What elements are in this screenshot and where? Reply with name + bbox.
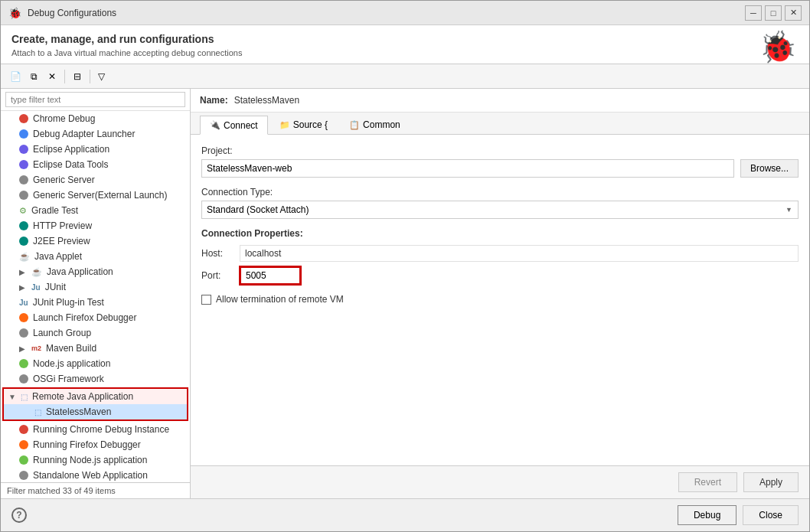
allow-termination-row: Allow termination of remote VM [201, 294, 799, 305]
tab-common[interactable]: 📋 Common [339, 116, 410, 134]
sidebar-item-osgi[interactable]: OSGi Framework [1, 371, 190, 387]
j2ee-icon [19, 237, 28, 246]
project-input[interactable] [201, 159, 734, 178]
sidebar-item-eclipse-app[interactable]: Eclipse Application [1, 142, 190, 157]
connect-tab-content: Project: Browse... Connection Type: Stan… [191, 135, 809, 465]
sidebar-item-gradle-test[interactable]: ⚙ Gradle Test [1, 203, 190, 218]
sidebar-item-junit[interactable]: ▶ Ju JUnit [1, 279, 190, 295]
sidebar-item-remote-java[interactable]: ▼ ⬚ Remote Java Application [4, 389, 187, 404]
bug-logo-icon: 🐞 [759, 31, 797, 62]
eclipse-app-icon [19, 145, 28, 154]
sidebar-item-chrome-debug[interactable]: Chrome Debug [1, 111, 190, 126]
maven-icon: m2 [31, 344, 41, 352]
junit-plugin-icon: Ju [19, 299, 28, 307]
debug-button[interactable]: Debug [678, 505, 737, 525]
project-group: Project: Browse... [201, 145, 799, 178]
port-input[interactable] [240, 266, 301, 285]
bottom-action-buttons: Revert Apply [191, 465, 809, 498]
connect-tab-label: Connect [224, 120, 258, 131]
port-label: Port: [201, 270, 240, 281]
sidebar-item-running-chrome[interactable]: Running Chrome Debug Instance [1, 422, 190, 437]
allow-termination-checkbox[interactable] [201, 295, 211, 305]
minimize-button[interactable]: ─ [745, 5, 762, 21]
close-button-footer[interactable]: Close [743, 505, 799, 525]
expand-maven-icon: ▶ [19, 344, 27, 353]
tab-source[interactable]: 📁 Source { [269, 116, 338, 134]
main-content: Chrome Debug Debug Adapter Launcher Ecli… [1, 89, 809, 498]
sidebar-item-launch-firefox[interactable]: Launch Firefox Debugger [1, 310, 190, 325]
sidebar-item-java-applet[interactable]: ☕ Java Applet [1, 249, 190, 264]
title-bar-left: 🐞 Debug Configurations [8, 7, 116, 19]
sidebar-item-debug-adapter[interactable]: Debug Adapter Launcher [1, 126, 190, 142]
sidebar-item-launch-group[interactable]: Launch Group [1, 325, 190, 341]
http-icon [19, 221, 28, 230]
sidebar-item-stateless-maven[interactable]: ⬚ StatelessMaven [4, 404, 187, 419]
allow-termination-label: Allow termination of remote VM [216, 294, 344, 305]
debug-configurations-window: 🐞 Debug Configurations ─ □ ✕ Create, man… [0, 0, 810, 532]
host-label: Host: [201, 248, 240, 259]
new-config-button[interactable]: 📄 [7, 68, 24, 85]
connection-type-select[interactable]: Standard (Socket Attach) [201, 201, 799, 219]
connection-type-group: Connection Type: Standard (Socket Attach… [201, 187, 799, 219]
firefox-icon [19, 313, 28, 322]
gradle-icon: ⚙ [19, 206, 27, 216]
toolbar-separator-2 [90, 70, 90, 83]
title-bar-controls: ─ □ ✕ [745, 5, 802, 21]
sidebar-item-maven[interactable]: ▶ m2 Maven Build [1, 341, 190, 356]
sidebar-item-nodejs[interactable]: Node.js application [1, 356, 190, 371]
search-input[interactable] [5, 92, 185, 107]
common-tab-icon: 📋 [349, 120, 360, 130]
sidebar-item-generic-server-ext[interactable]: Generic Server(External Launch) [1, 188, 190, 203]
chrome-icon [19, 114, 28, 123]
junit-icon: Ju [31, 283, 41, 292]
filter-icon: ▽ [98, 71, 105, 82]
header-title: Create, manage, and run configurations [11, 33, 799, 45]
search-box [1, 89, 190, 111]
generic-server-ext-icon [19, 191, 28, 200]
header: Create, manage, and run configurations A… [1, 25, 809, 64]
sidebar-item-standalone-web[interactable]: Standalone Web Application [1, 468, 190, 482]
sidebar-footer: Filter matched 33 of 49 items [1, 482, 190, 498]
source-tab-label: Source { [293, 119, 328, 130]
sidebar-item-junit-plugin[interactable]: Ju JUnit Plug-in Test [1, 295, 190, 310]
delete-config-button[interactable]: ✕ [44, 68, 60, 85]
window-title: Debug Configurations [28, 8, 116, 18]
expand-remote-icon: ▼ [8, 393, 16, 401]
header-subtitle: Attach to a Java virtual machine accepti… [11, 48, 799, 57]
toolbar-separator [64, 70, 65, 83]
osgi-icon [19, 374, 28, 383]
filter-dropdown[interactable]: ▽ [94, 69, 109, 84]
expand-java-app-icon: ▶ [19, 268, 27, 276]
project-row: Browse... [201, 159, 799, 178]
close-button[interactable]: ✕ [785, 5, 802, 21]
sidebar-item-generic-server[interactable]: Generic Server [1, 172, 190, 188]
help-button[interactable]: ? [11, 508, 27, 523]
sidebar-item-j2ee[interactable]: J2EE Preview [1, 233, 190, 249]
stateless-maven-icon: ⬚ [34, 408, 41, 416]
browse-button[interactable]: Browse... [740, 159, 799, 178]
maximize-button[interactable]: □ [765, 5, 782, 21]
tab-connect[interactable]: 🔌 Connect [200, 116, 268, 135]
nodejs-icon [19, 359, 28, 368]
sidebar-item-eclipse-data[interactable]: Eclipse Data Tools [1, 157, 190, 172]
tabs: 🔌 Connect 📁 Source { 📋 Common [191, 113, 809, 135]
host-value: localhost [240, 245, 799, 262]
connection-props-label: Connection Properties: [201, 228, 799, 239]
java-applet-icon: ☕ [19, 252, 30, 262]
apply-button[interactable]: Apply [743, 472, 799, 492]
launch-group-icon [19, 328, 28, 338]
duplicate-config-button[interactable]: ⧉ [25, 68, 42, 85]
sidebar-item-running-firefox[interactable]: Running Firefox Debugger [1, 437, 190, 452]
right-panel: Name: StatelessMaven 🔌 Connect 📁 Source … [191, 89, 809, 498]
revert-button[interactable]: Revert [678, 472, 737, 492]
toolbar: 📄 ⧉ ✕ ⊟ ▽ [1, 64, 809, 89]
sidebar-item-java-app[interactable]: ▶ ☕ Java Application [1, 264, 190, 279]
collapse-all-button[interactable]: ⊟ [69, 68, 86, 85]
connect-tab-icon: 🔌 [210, 120, 220, 130]
connection-props-group: Connection Properties: Host: localhost P… [201, 228, 799, 285]
sidebar-item-http-preview[interactable]: HTTP Preview [1, 218, 190, 233]
eclipse-data-icon [19, 160, 28, 169]
connection-type-label: Connection Type: [201, 187, 799, 197]
host-row: Host: localhost [201, 245, 799, 262]
sidebar-item-running-node[interactable]: Running Node.js application [1, 452, 190, 468]
